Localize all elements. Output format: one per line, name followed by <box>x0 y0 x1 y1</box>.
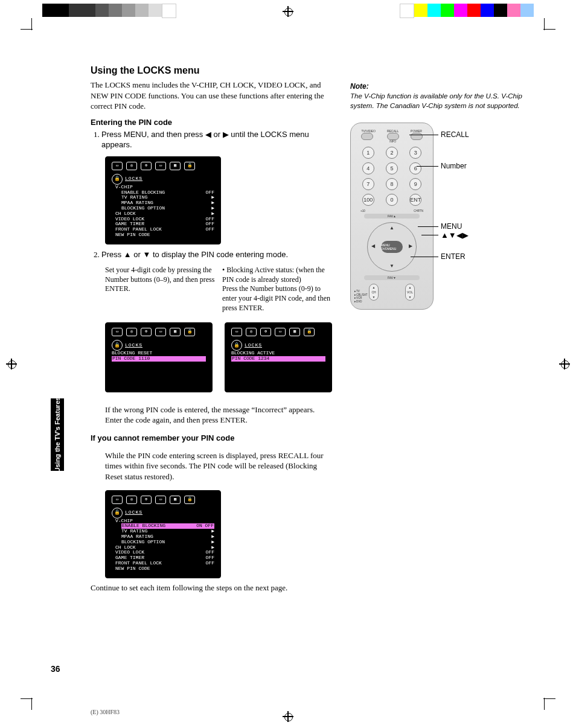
crop-mark <box>544 18 545 30</box>
crop-mark <box>21 29 33 30</box>
callout-number: Number <box>441 162 467 170</box>
osd-icon: ▦ <box>170 162 181 170</box>
lock-icon: 🔒 <box>184 162 195 170</box>
chapter-tab-label: Using the TV's Features <box>54 397 61 473</box>
blocking-active-text: • Blocking Active status: (when the PIN … <box>222 266 332 313</box>
callout-recall: RECALL <box>441 130 469 139</box>
osd-blocking-active: ▭◎⊕▭▦🔒 🔒 LOCKS BLOCKING ACTIVE PIN CODE … <box>225 322 332 392</box>
down-arrow-icon: ▼ <box>389 263 394 269</box>
crop-mark <box>544 698 545 710</box>
note-heading: Note: <box>350 82 525 91</box>
registration-mark-top <box>283 6 293 17</box>
steps-list: Press MENU, and then press ◀ or ▶ until … <box>101 129 332 150</box>
dpad: ▲ ▼ ◀ ▶ MENU DVDMENU <box>367 222 417 272</box>
osd-icon: ▭ <box>155 162 166 170</box>
remote-label-power: POWER <box>411 129 422 133</box>
osd-menu-lines: V-CHIPENABLE BLOCKINGOFFTV RATING▶MPAA R… <box>112 185 214 238</box>
osd-menu-lines: V-CHIPENABLE BLOCKINGON OFFTV RATING▶MPA… <box>112 519 214 572</box>
steps-list: Press ▲ or ▼ to display the PIN code ent… <box>101 249 332 260</box>
registration-mark-left <box>6 359 17 369</box>
vol-rocker: ▲VOL▼ <box>405 284 415 301</box>
recall-button <box>387 133 399 140</box>
osd-tab-icons: ▭ ◎ ⊕ ▭ ▦ 🔒 <box>112 162 214 170</box>
section-title: Using the LOCKS menu <box>91 65 332 76</box>
right-arrow-icon: ▶ <box>409 243 412 249</box>
crop-mark <box>21 698 33 699</box>
osd-screen-locks-menu-2: ▭◎⊕▭▦🔒 🔒 LOCKS V-CHIPENABLE BLOCKINGON O… <box>105 490 221 578</box>
up-arrow-icon: ▲ <box>389 225 394 231</box>
remote-label-info: INFO <box>387 140 399 143</box>
mode-labels: ▸TV ▸CBL/SAT ▸VCR ▸DVD <box>354 290 367 303</box>
step2-substeps: Set your 4-digit code by pressing the Nu… <box>105 266 332 313</box>
step-1: Press MENU, and then press ◀ or ▶ until … <box>101 129 332 150</box>
osd-pin-line: PIN CODE 1110 <box>112 356 206 362</box>
colorbar-color <box>400 4 534 18</box>
colorbar-grayscale <box>42 4 176 18</box>
number-button-ENT: ENT <box>409 194 421 206</box>
intro-paragraph: The LOCKS menu includes the V-CHIP, CH L… <box>91 80 332 112</box>
number-button-1: 1 <box>362 147 374 159</box>
callout-line <box>418 226 438 227</box>
registration-mark-bottom <box>283 711 293 722</box>
continue-text: Continue to set each item following the … <box>91 583 332 593</box>
subhead-entering-pin: Entering the PIN code <box>91 118 332 127</box>
remote-diagram: TV/VIDEO RECALLINFO POWER 1234567891000E… <box>350 123 525 310</box>
number-button-100: 100 <box>362 194 374 206</box>
osd-icon: ⊕ <box>141 162 152 170</box>
remote-label-chrtn: CHRTN <box>414 209 423 212</box>
left-arrow-icon: ◀ <box>371 243 375 249</box>
osd-title: LOCKS <box>125 176 142 182</box>
tvvideo-button <box>361 133 373 140</box>
callout-menu: MENU <box>441 222 462 231</box>
lock-icon: 🔒 <box>112 508 123 519</box>
osd-screen-locks-menu: ▭ ◎ ⊕ ▭ ▦ 🔒 🔒 LOCKS V-CHIPENABLE BLOCKIN… <box>105 156 221 244</box>
callout-arrows: ▲▼◀▶ <box>441 231 469 240</box>
registration-mark-right <box>559 359 570 369</box>
crop-mark <box>31 18 32 30</box>
number-button-0: 0 <box>386 194 398 206</box>
page-content: Using the LOCKS menu The LOCKS menu incl… <box>91 65 525 601</box>
number-button-9: 9 <box>409 178 421 190</box>
number-button-6: 6 <box>409 162 421 174</box>
remote-label-recall: RECALL <box>387 129 398 133</box>
crop-mark <box>31 698 32 710</box>
crop-mark <box>543 29 555 30</box>
fav-down-button: FAV▼ <box>364 275 420 280</box>
note-body: The V-Chip function is available only fo… <box>350 92 525 110</box>
step-2: Press ▲ or ▼ to display the PIN code ent… <box>101 249 332 260</box>
number-button-5: 5 <box>386 162 398 174</box>
ch-rocker: ▲CH▼ <box>369 284 379 301</box>
page-number: 36 <box>51 664 60 674</box>
osd-screens-row: ▭◎⊕▭▦🔒 🔒 LOCKS BLOCKING RESET PIN CODE 1… <box>105 319 332 397</box>
right-column: Note: The V-Chip function is available o… <box>350 65 525 310</box>
osd-pin-line: PIN CODE 1234 <box>231 356 325 362</box>
osd-icon: ◎ <box>126 162 137 170</box>
remote-label-plus10: +10 <box>360 209 365 212</box>
osd-icon: ▭ <box>112 162 123 170</box>
chapter-tab: Using the TV's Features <box>51 398 64 471</box>
lock-icon: 🔒 <box>112 340 123 351</box>
manual-page: Using the TV's Features 36 (E) 30HF83 Us… <box>0 0 576 728</box>
number-button-3: 3 <box>409 147 421 159</box>
subhead-forgot-pin: If you cannot remember your PIN code <box>91 433 332 442</box>
callout-line <box>417 166 438 167</box>
lock-icon: 🔒 <box>112 174 123 185</box>
osd-blocking-reset: ▭◎⊕▭▦🔒 🔒 LOCKS BLOCKING RESET PIN CODE 1… <box>105 322 213 392</box>
footer-model-code: (E) 30HF83 <box>91 709 120 715</box>
number-button-7: 7 <box>362 178 374 190</box>
menu-button: MENU DVDMENU <box>381 241 403 253</box>
lock-icon: 🔒 <box>231 340 242 351</box>
number-button-4: 4 <box>362 162 374 174</box>
left-column: Using the LOCKS menu The LOCKS menu incl… <box>91 65 332 601</box>
forgot-pin-body: While the PIN code entering screen is di… <box>105 450 332 482</box>
remote-label-tvvideo: TV/VIDEO <box>361 129 375 133</box>
callout-line <box>411 257 438 257</box>
callout-line <box>409 135 438 135</box>
callout-line <box>421 235 438 235</box>
set-code-text: Set your 4-digit code by pressing the Nu… <box>105 266 215 313</box>
number-button-2: 2 <box>386 147 398 159</box>
remote-control: TV/VIDEO RECALLINFO POWER 1234567891000E… <box>350 123 434 310</box>
wrong-pin-text: If the wrong PIN code is entered, the me… <box>105 404 332 426</box>
crop-mark <box>543 698 555 699</box>
number-button-8: 8 <box>386 178 398 190</box>
